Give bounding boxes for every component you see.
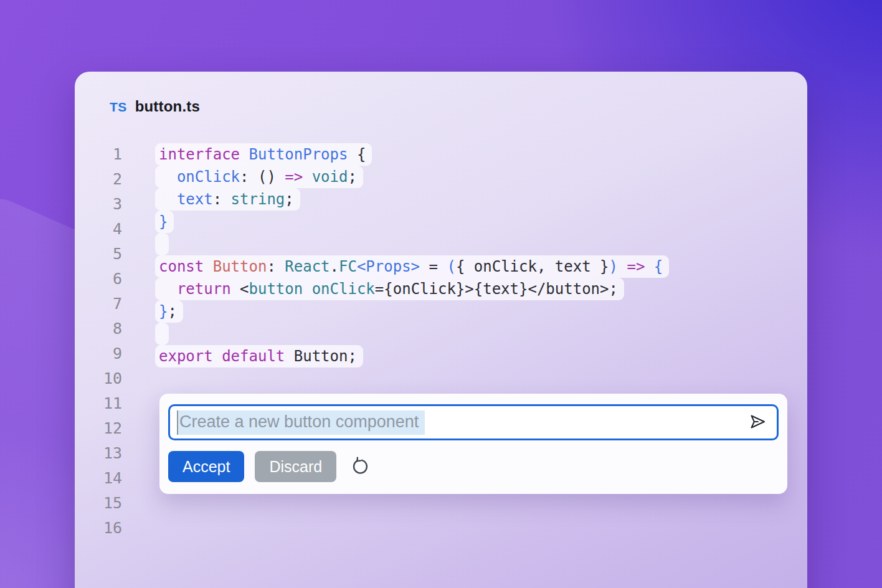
refresh-icon [351,457,369,477]
line-number: 6 [75,267,122,292]
discard-button[interactable]: Discard [255,451,336,482]
code-line: const Button: React.FC<Props> = ({ onCli… [159,255,669,278]
code-line: export default Button; [159,345,669,368]
prompt-actions: Accept Discard [168,451,371,482]
prompt-input[interactable]: Create a new button component [168,404,779,440]
code-line: text: string; [159,188,669,211]
code-line: return <button onClick={onClick}>{text}<… [159,278,669,300]
line-number-gutter: 12345678910111213141516 [75,142,122,541]
code-editor-area[interactable]: interface ButtonProps { onClick: () => v… [159,143,669,368]
prompt-input-text: Create a new button component [177,410,425,435]
file-name: button.ts [135,98,200,115]
code-line: onClick: () => void; [159,166,669,188]
accept-button[interactable]: Accept [168,451,244,482]
line-number: 7 [75,292,122,316]
line-number: 10 [75,366,122,391]
line-number: 8 [75,316,122,341]
line-number: 14 [75,466,122,491]
line-number: 13 [75,441,122,466]
line-number: 3 [75,192,122,217]
typescript-file-icon: TS [110,100,127,115]
line-number: 4 [75,217,122,242]
code-line: interface ButtonProps { [159,143,669,166]
line-number: 11 [75,391,122,416]
line-number: 1 [75,142,122,167]
code-line: } [159,211,669,233]
code-line [159,233,669,255]
line-number: 5 [75,242,122,267]
retry-button[interactable] [349,456,371,477]
line-number: 16 [75,516,122,541]
inline-ai-prompt-panel: Create a new button component Accept Dis… [159,394,787,494]
paper-plane-send-icon [749,412,767,433]
line-number: 15 [75,491,122,516]
line-number: 12 [75,416,122,441]
send-button[interactable] [747,412,769,433]
code-line: }; [159,300,669,323]
code-line [159,323,669,345]
file-header: TS button.ts [110,98,200,115]
line-number: 2 [75,167,122,192]
editor-card: TS button.ts 12345678910111213141516 int… [75,72,807,588]
line-number: 9 [75,341,122,366]
